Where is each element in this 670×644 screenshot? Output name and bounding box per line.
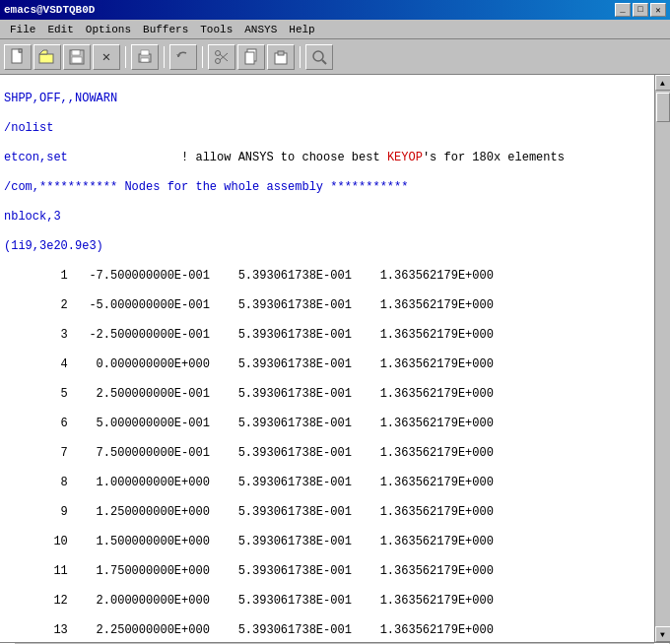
svg-line-13 xyxy=(220,53,228,60)
vertical-scrollbar[interactable]: ▲ ▼ xyxy=(654,75,670,642)
scroll-down-btn[interactable]: ▼ xyxy=(655,626,671,642)
line-18: 12 2.000000000E+000 5.393061738E-001 1.3… xyxy=(4,594,650,609)
separator-2 xyxy=(164,46,165,68)
cut-x-btn[interactable]: ✕ xyxy=(93,44,120,70)
menu-bar: File Edit Options Buffers Tools ANSYS He… xyxy=(0,20,670,39)
line-17: 11 1.750000000E+000 5.393061738E-001 1.3… xyxy=(4,564,650,579)
svg-point-19 xyxy=(313,51,323,61)
undo-btn[interactable] xyxy=(169,44,197,70)
close-btn[interactable]: ✕ xyxy=(650,3,666,17)
separator-1 xyxy=(125,46,126,68)
line-8: 2 -5.000000000E-001 5.393061738E-001 1.3… xyxy=(4,298,650,313)
line-9: 3 -2.500000000E-001 5.393061738E-001 1.3… xyxy=(4,328,650,343)
line-14: 8 1.000000000E+000 5.393061738E-001 1.36… xyxy=(4,476,650,490)
scissors-btn[interactable] xyxy=(208,44,235,70)
save-btn[interactable] xyxy=(63,44,91,70)
line-6: (1i9,3e20.9e3) xyxy=(4,239,650,254)
svg-rect-6 xyxy=(72,57,82,63)
copy-btn[interactable] xyxy=(237,44,265,70)
title-text: emacs@VSDTQB0D xyxy=(4,4,95,16)
editor-content[interactable]: SHPP,OFF,,NOWARN /nolist etcon,set ! all… xyxy=(0,75,654,642)
line-12: 6 5.000000000E-001 5.393061738E-001 1.36… xyxy=(4,417,650,431)
paste-btn[interactable] xyxy=(267,44,295,70)
line-2: /nolist xyxy=(4,121,650,136)
svg-line-14 xyxy=(220,54,228,61)
line-15: 9 1.250000000E+000 5.393061738E-001 1.36… xyxy=(4,505,650,520)
line-16: 10 1.500000000E+000 5.393061738E-001 1.3… xyxy=(4,535,650,549)
menu-buffers[interactable]: Buffers xyxy=(137,22,194,37)
maximize-btn[interactable]: □ xyxy=(633,3,648,17)
scroll-track-v[interactable] xyxy=(655,91,670,626)
svg-point-11 xyxy=(216,58,221,63)
svg-rect-5 xyxy=(72,50,80,55)
scroll-up-btn[interactable]: ▲ xyxy=(655,75,671,91)
menu-tools[interactable]: Tools xyxy=(194,22,238,37)
svg-rect-9 xyxy=(141,58,149,62)
line-7: 1 -7.500000000E-001 5.393061738E-001 1.3… xyxy=(4,269,650,284)
line-13: 7 7.500000000E-001 5.393061738E-001 1.36… xyxy=(4,446,650,461)
menu-file[interactable]: File xyxy=(4,22,41,37)
separator-3 xyxy=(202,46,203,68)
line-11: 5 2.500000000E-001 5.393061738E-001 1.36… xyxy=(4,387,650,402)
svg-rect-16 xyxy=(245,52,254,64)
menu-edit[interactable]: Edit xyxy=(41,22,79,37)
separator-4 xyxy=(300,46,301,68)
title-bar: emacs@VSDTQB0D _ □ ✕ xyxy=(0,0,670,20)
toolbar: ✕ xyxy=(0,39,670,75)
menu-ansys[interactable]: ANSYS xyxy=(238,22,283,37)
new-file-btn[interactable] xyxy=(4,44,32,70)
svg-line-20 xyxy=(322,60,326,64)
minimize-btn[interactable]: _ xyxy=(615,3,631,17)
svg-rect-2 xyxy=(39,54,53,63)
line-4: /com,*********** Nodes for the whole ass… xyxy=(4,180,650,195)
search-btn[interactable] xyxy=(305,44,333,70)
svg-rect-8 xyxy=(141,50,149,55)
svg-rect-18 xyxy=(278,51,284,55)
menu-options[interactable]: Options xyxy=(80,22,137,37)
editor-container: SHPP,OFF,,NOWARN /nolist etcon,set ! all… xyxy=(0,75,670,642)
line-10: 4 0.000000000E+000 5.393061738E-001 1.36… xyxy=(4,357,650,372)
open-file-btn[interactable] xyxy=(34,44,61,70)
print-btn[interactable] xyxy=(131,44,159,70)
line-5: nblock,3 xyxy=(4,210,650,225)
scroll-thumb-v[interactable] xyxy=(656,93,670,122)
svg-point-12 xyxy=(216,50,221,55)
menu-help[interactable]: Help xyxy=(283,22,320,37)
line-3: etcon,set ! allow ANSYS to choose best K… xyxy=(4,151,650,165)
svg-rect-1 xyxy=(19,49,22,52)
line-19: 13 2.250000000E+000 5.393061738E-001 1.3… xyxy=(4,623,650,638)
line-1: SHPP,OFF,,NOWARN xyxy=(4,92,650,106)
window-controls: _ □ ✕ xyxy=(615,3,666,17)
svg-marker-3 xyxy=(39,50,47,54)
